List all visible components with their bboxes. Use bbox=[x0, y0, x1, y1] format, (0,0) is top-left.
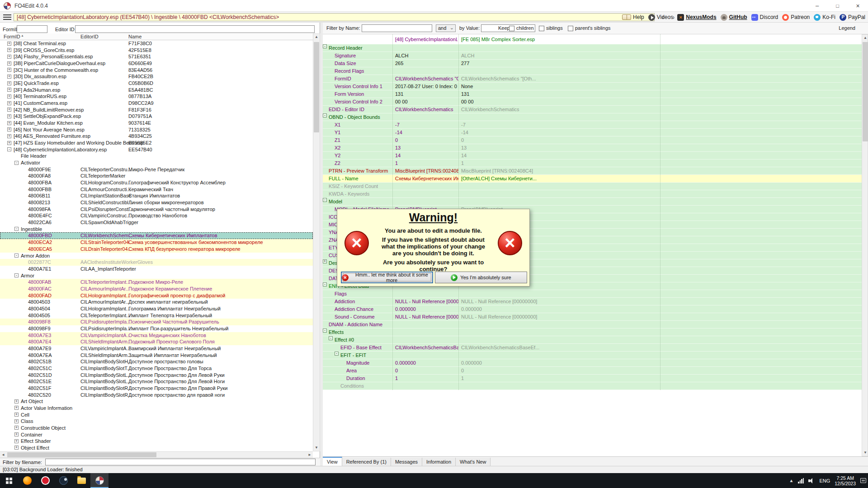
tree-group-row[interactable]: +Container bbox=[0, 432, 313, 438]
tree-plugin-row[interactable]: +[40] TerminatorRUS.esp0877B13A bbox=[0, 93, 313, 100]
field-value-plugin-2[interactable]: 13 bbox=[461, 144, 656, 152]
link-help[interactable]: Help bbox=[622, 14, 644, 20]
taskbar-file-explorer-icon[interactable] bbox=[72, 473, 90, 488]
record-field-row[interactable]: KSIZ - Keyword Count bbox=[323, 183, 868, 190]
field-value-plugin-1[interactable]: CILWorkbenchSchematics bbox=[395, 106, 458, 113]
field-value-plugin-1[interactable]: 0.000000 bbox=[395, 359, 458, 367]
tree-record-row[interactable]: 4802C51CCILImplantBodySlotT...Доступное … bbox=[0, 365, 313, 372]
record-field-row[interactable]: Conditions bbox=[323, 382, 868, 390]
record-field-row[interactable]: -Model bbox=[323, 198, 868, 206]
record-field-row[interactable]: X1-7-7 bbox=[323, 121, 868, 129]
field-value-plugin-2[interactable]: 1 bbox=[461, 160, 656, 167]
record-field-row[interactable]: Data Size265277 bbox=[323, 60, 868, 67]
tree-record-row[interactable]: 48022CA6CILSpawnOldAhabTrigger bbox=[0, 219, 313, 226]
collapse-icon[interactable]: - bbox=[329, 336, 333, 340]
tree-record-row[interactable]: 480098F9CILPsidisrupterImpla...Имплант П… bbox=[0, 325, 313, 332]
expand-icon[interactable]: + bbox=[7, 108, 11, 112]
scroll-down-icon[interactable]: ▼ bbox=[862, 450, 868, 456]
record-field-row[interactable]: FULL - NameСхемы Кибернетических Импл...… bbox=[323, 175, 868, 183]
tab-messages[interactable]: Messages bbox=[391, 458, 422, 467]
record-field-row[interactable]: KWDA - Keywords bbox=[323, 190, 868, 198]
filter-name-input[interactable] bbox=[362, 24, 432, 32]
tree-plugin-row[interactable]: +[46] AES_Renovated Furniture.esp4B934C2… bbox=[0, 133, 313, 140]
expand-icon[interactable]: + bbox=[14, 413, 19, 417]
expand-icon[interactable]: + bbox=[7, 101, 11, 105]
field-value-plugin-2[interactable]: 1 bbox=[461, 375, 656, 382]
tab-referenced-by-1-[interactable]: Referenced By (1) bbox=[342, 458, 391, 467]
keep-parents-siblings-checkbox[interactable] bbox=[568, 26, 573, 31]
field-value-plugin-2[interactable]: 00 00 bbox=[461, 98, 656, 106]
field-value-plugin-2[interactable]: CILWorkbenchSchematics bbox=[461, 106, 656, 113]
record-field-row[interactable]: Y1-14-14 bbox=[323, 129, 868, 136]
record-field-row[interactable]: -EFIT - EFIT bbox=[323, 352, 868, 359]
expand-icon[interactable]: + bbox=[7, 88, 11, 92]
tree-plugin-row[interactable]: +[43] SettleObjExpandPack.espD079751A bbox=[0, 113, 313, 120]
expand-icon[interactable]: + bbox=[14, 399, 19, 404]
expand-icon[interactable]: + bbox=[14, 432, 19, 436]
column-header-plugin-1[interactable]: [48] CyberneticImplantationLabor... bbox=[395, 34, 458, 44]
confirm-edit-button[interactable]: Yes I'm absolutely sure bbox=[435, 272, 527, 283]
tree-record-row[interactable]: 4802C51DCILImplantBodySlotL...Доступное … bbox=[0, 372, 313, 379]
scroll-left-icon[interactable]: ◄ bbox=[0, 452, 6, 458]
field-value-plugin-2[interactable]: MiscBlueprint [TRNS:002408C4] bbox=[461, 167, 656, 175]
cancel-edit-button[interactable]: × Hmm.. let me think about it some more bbox=[341, 272, 433, 283]
record-field-row[interactable]: -Record Header bbox=[323, 44, 868, 52]
record-field-row[interactable]: -Effect #0 bbox=[323, 336, 868, 344]
expand-icon[interactable]: + bbox=[323, 259, 327, 263]
expand-icon[interactable]: + bbox=[7, 141, 11, 145]
tree-vertical-scrollbar[interactable]: ▲ ▼ bbox=[313, 33, 320, 451]
record-field-row[interactable]: Z211 bbox=[323, 160, 868, 167]
taskbar-firefox-icon[interactable] bbox=[18, 473, 36, 488]
tree-record-row[interactable]: 480098FACILPsiDisrupterConst...Гармониче… bbox=[0, 206, 313, 213]
expand-icon[interactable]: + bbox=[7, 121, 11, 125]
field-value-plugin-1[interactable]: NULL - Null Reference [00000000] bbox=[395, 298, 458, 305]
tree-record-row[interactable]: 4800A7E4CILShieldImplantArm...Подкожный … bbox=[0, 338, 313, 345]
field-value-plugin-2[interactable]: CILWorkbenchSchematicsBaseEf... bbox=[461, 344, 656, 352]
tree-group-row[interactable]: +Cell bbox=[0, 412, 313, 418]
field-value-plugin-2[interactable]: 0 bbox=[461, 136, 656, 144]
collapse-icon[interactable]: - bbox=[323, 328, 327, 333]
expand-icon[interactable]: + bbox=[7, 81, 11, 85]
tree-record-row[interactable]: 4802C51FCILImplantBodySlotR...Доступное … bbox=[0, 385, 313, 392]
record-field-row[interactable]: -Effects bbox=[323, 328, 868, 336]
collapse-icon[interactable]: - bbox=[14, 227, 19, 231]
record-vertical-scrollbar[interactable]: ▲ ▼ bbox=[862, 34, 868, 456]
field-value-plugin-2[interactable]: ALCH bbox=[461, 52, 656, 60]
field-value-plugin-1[interactable]: 1 bbox=[395, 160, 458, 167]
tree-plugin-row[interactable]: -[48] CyberneticImplantationLaboratory.e… bbox=[0, 146, 313, 153]
expand-icon[interactable]: + bbox=[7, 61, 11, 66]
tree-record-row[interactable]: 48000FBACILHologramConstru...Голографиче… bbox=[0, 179, 313, 186]
tree-plugin-row[interactable]: +[41] CustomCamera.espD98CC2A9 bbox=[0, 100, 313, 107]
formid-input[interactable] bbox=[17, 25, 47, 33]
taskbar-opera-icon[interactable] bbox=[36, 473, 54, 488]
network-icon[interactable] bbox=[798, 478, 804, 483]
field-value-plugin-1[interactable]: 131 bbox=[395, 90, 458, 98]
field-value-plugin-2[interactable]: 131 bbox=[461, 90, 656, 98]
tree-record-row[interactable]: 4800A7EACILShieldImplantArm...Защитный И… bbox=[0, 352, 313, 359]
column-header-plugin-2[interactable]: [FE 085] M8r Complex Sorter.esp bbox=[461, 34, 535, 44]
record-field-row[interactable]: EDID - Editor IDCILWorkbenchSchematicsCI… bbox=[323, 106, 868, 113]
field-value-plugin-2[interactable]: NULL - Null Reference [00000000] bbox=[461, 313, 656, 321]
expand-icon[interactable]: + bbox=[14, 406, 19, 410]
field-value-plugin-1[interactable]: ALCH bbox=[395, 52, 458, 60]
tree-record-row[interactable]: 48000F9ECILTeleporterConstru...Микро-Рел… bbox=[0, 166, 313, 173]
field-value-plugin-1[interactable]: 13 bbox=[395, 144, 458, 152]
tree-plugin-row[interactable]: +[38] Cheat Terminal.espF71F38C0 bbox=[0, 40, 313, 47]
tree-record-row[interactable]: 48004505CILTeleporterImplant...Имплант Т… bbox=[0, 312, 313, 319]
tree-record-row[interactable]: 48008213CILShieldConstructibl...Линия сб… bbox=[0, 199, 313, 206]
tree-record-row[interactable]: 4800E4FCCILVampiricConstruc...Производст… bbox=[0, 212, 313, 219]
field-value-plugin-1[interactable]: -14 bbox=[395, 129, 458, 136]
field-value-plugin-2[interactable]: -14 bbox=[461, 129, 656, 136]
tab-information[interactable]: Information bbox=[422, 458, 456, 467]
field-value-plugin-2[interactable]: [OtherALCH] Схемы Кибернети... bbox=[461, 175, 656, 183]
expand-icon[interactable]: + bbox=[7, 114, 11, 118]
field-value-plugin-2[interactable]: 277 bbox=[461, 60, 656, 67]
field-value-plugin-1[interactable]: 00 00 bbox=[395, 98, 458, 106]
record-field-row[interactable]: X21313 bbox=[323, 144, 868, 152]
tree-record-row[interactable]: 48000FBBCILArmourConstructi...Керамическ… bbox=[0, 186, 313, 193]
language-indicator[interactable]: ENG bbox=[819, 478, 830, 483]
tree-record-row[interactable]: 480098F8CILPsidisrupterImpla...Псионичес… bbox=[0, 319, 313, 325]
legend-link[interactable]: Legend bbox=[839, 25, 855, 31]
scroll-right-icon[interactable]: ► bbox=[307, 452, 313, 458]
tree-horizontal-scrollbar[interactable]: ◄ ► bbox=[0, 451, 313, 458]
